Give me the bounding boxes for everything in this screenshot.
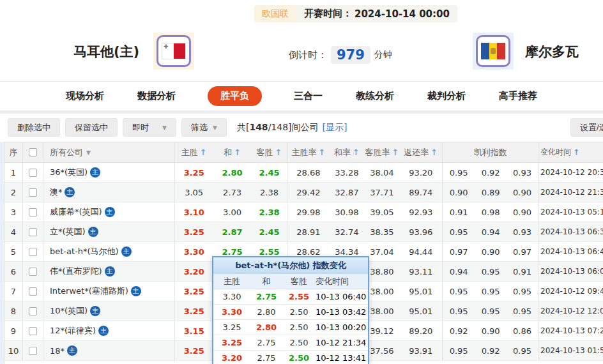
nav-tab-referee-analysis[interactable]: 裁判分析 <box>426 86 467 106</box>
row-checkbox[interactable] <box>29 228 37 236</box>
popup-odds-home: 3.30 <box>213 307 250 317</box>
kelly-draw: 0.92 <box>475 341 507 360</box>
change-time: 2024-10-13 06:03 <box>538 262 603 281</box>
company-name: 澳* <box>50 186 63 198</box>
popup-odds-away: 2.50 <box>282 322 316 332</box>
show-link[interactable]: [显示] <box>323 122 347 133</box>
col-draw-rate[interactable]: 和率↑ <box>329 142 364 162</box>
settings-button[interactable]: 设置/选 <box>570 118 603 137</box>
instant-dropdown[interactable]: 即时 ▼ <box>123 118 176 137</box>
keep-selected-button[interactable]: 保留选中 <box>65 118 118 137</box>
chevron-down-icon: ▼ <box>86 149 91 156</box>
company-cell[interactable]: bet-at-h*(马尔他)主 <box>43 242 175 261</box>
kelly-away: 0.95 <box>507 282 538 301</box>
company-cell[interactable]: 伟*(直布罗陀)主 <box>43 262 175 281</box>
popup-body: 3.30 2.75 2.55 10-13 06:40 3.30 2.80 2.5… <box>213 289 368 364</box>
sort-up-icon: ↑ <box>431 148 438 157</box>
kelly-away: 0.90 <box>507 183 538 202</box>
company-cell[interactable]: 威廉希*(英国)主 <box>43 202 175 222</box>
company-cell[interactable]: 10*(英国)主 <box>43 301 175 321</box>
odds-home: 3.10 <box>175 202 213 222</box>
row-checkbox[interactable] <box>29 169 37 177</box>
kelly-home: 0.95 <box>443 341 475 360</box>
col-company[interactable]: 所有公司▼ <box>43 142 175 162</box>
company-cell[interactable]: 澳*主 <box>43 183 175 202</box>
popup-odds-home: 3.25 <box>213 338 250 347</box>
popup-row: 3.20 2.75 2.50 10-12 13:41 <box>213 351 368 364</box>
row-checkbox[interactable] <box>29 347 37 355</box>
col-home-odds[interactable]: 主胜↑ <box>175 142 213 162</box>
draw-rate: 33.28 <box>329 163 364 182</box>
nav-tab-data-analysis[interactable]: 数据分析 <box>136 86 177 106</box>
col-select-all <box>23 142 43 162</box>
col-away-rate[interactable]: 客胜率↑ <box>364 142 399 162</box>
row-seq: 5 <box>4 242 23 261</box>
popup-odds-away: 2.50 <box>282 353 316 363</box>
col-return-rate[interactable]: 返还率↑ <box>399 142 443 162</box>
nav-tab-expert-recommend[interactable]: 高手推荐 <box>498 86 538 106</box>
sort-up-icon: ↑ <box>353 148 360 157</box>
company-cell[interactable]: Interwet*(塞浦路斯)主 <box>43 282 175 301</box>
row-checkbox[interactable] <box>29 208 37 216</box>
company-cell[interactable]: 12*(菲律宾)主 <box>43 321 175 340</box>
kelly-draw: 0.92 <box>475 163 507 182</box>
match-info-pill: 欧国联 开赛时间： 2024-10-14 00:00 <box>254 5 457 22</box>
row-checkbox[interactable] <box>29 268 37 276</box>
row-checkbox[interactable] <box>29 307 37 315</box>
away-rate: 38.00 <box>364 301 399 321</box>
kelly-home: 0.94 <box>443 262 475 281</box>
popup-header-row: 主胜 和 客胜 变化时间 <box>213 274 368 289</box>
countdown-label: 倒计时： <box>289 49 327 61</box>
popup-row: 3.30 2.75 2.55 10-13 06:40 <box>213 289 368 305</box>
col-draw-odds[interactable]: 和↑ <box>213 142 252 162</box>
odds-home: 3.30 <box>175 242 213 261</box>
home-bookmaker-icon: 主 <box>67 345 77 356</box>
analysis-nav: 现场分析 数据分析 胜平负 三合一 教练分析 裁判分析 高手推荐 <box>0 82 603 110</box>
company-count-value: 148 <box>249 122 268 132</box>
table-row[interactable]: 3 威廉希*(英国)主 3.10 3.00 2.38 29.98 30.98 3… <box>4 202 603 222</box>
kelly-draw: 0.94 <box>475 222 507 241</box>
moldova-emblem-icon <box>491 48 496 54</box>
table-row[interactable]: 2 澳*主 3.05 2.73 2.38 29.42 32.87 37.71 8… <box>4 183 603 202</box>
table-row[interactable]: 4 立*(英国)主 3.25 2.87 2.45 28.91 32.74 38.… <box>4 222 603 242</box>
row-checkbox[interactable] <box>29 188 37 197</box>
row-seq: 8 <box>4 301 23 321</box>
popup-odds-home: 3.30 <box>213 292 250 301</box>
return-rate: 93.91 <box>399 341 443 360</box>
col-away-odds[interactable]: 客胜↑ <box>252 142 288 162</box>
row-checkbox[interactable] <box>29 248 37 256</box>
table-row[interactable]: 1 36*(英国)主 3.25 2.80 2.45 28.68 33.28 38… <box>4 163 603 183</box>
match-header: 欧国联 开赛时间： 2024-10-14 00:00 马耳他(主) ✚ 倒计时：… <box>0 0 603 82</box>
kelly-home: 0.95 <box>443 163 475 182</box>
row-checkbox[interactable] <box>29 287 37 296</box>
row-checkbox[interactable] <box>29 327 37 335</box>
kelly-home: 0.92 <box>443 321 475 340</box>
draw-rate: 32.87 <box>329 183 364 202</box>
return-rate: 94.44 <box>399 242 443 261</box>
kelly-draw: 0.90 <box>475 321 507 340</box>
kelly-home: 0.95 <box>443 282 475 301</box>
nav-tab-coach-analysis[interactable]: 教练分析 <box>355 86 395 106</box>
company-name: 18* <box>50 346 65 356</box>
col-change-time[interactable]: 变化时间↑ <box>538 142 603 162</box>
nav-tab-live-analysis[interactable]: 现场分析 <box>65 86 105 106</box>
col-home-rate[interactable]: 主胜率↑ <box>288 142 330 162</box>
draw-rate: 32.74 <box>329 222 364 241</box>
home-rate: 28.91 <box>287 222 329 241</box>
delete-selected-button[interactable]: 删除选中 <box>8 118 60 137</box>
company-cell[interactable]: 36*(英国)主 <box>43 163 175 182</box>
away-team-flag <box>473 33 514 70</box>
company-cell[interactable]: 18*主 <box>43 341 175 360</box>
nav-tab-win-draw-lose[interactable]: 胜平负 <box>208 86 262 106</box>
kelly-away: 0.93 <box>507 222 538 241</box>
odds-away: 2.45 <box>252 222 288 241</box>
filter-dropdown[interactable]: 筛选 ▼ <box>181 118 227 137</box>
kelly-draw: 0.89 <box>475 183 507 202</box>
away-rate: 39.12 <box>364 321 399 340</box>
company-cell[interactable]: 立*(英国)主 <box>43 222 175 241</box>
select-all-checkbox[interactable] <box>29 148 37 156</box>
odds-home: 3.25 <box>175 163 213 182</box>
odds-home: 3.25 <box>175 341 213 360</box>
company-name: Interwet*(塞浦路斯) <box>50 285 128 297</box>
nav-tab-three-in-one[interactable]: 三合一 <box>293 86 324 106</box>
